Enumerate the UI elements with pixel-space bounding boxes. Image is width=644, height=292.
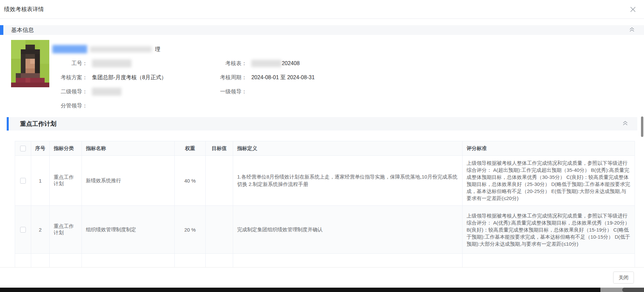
cell-standard: 上级领导根据被考核人整体工作完成情况和完成质量，参照以下等级进行综合评分： A(… [463,156,635,206]
cell-category [50,254,82,267]
col-standard: 评分标准 [463,141,635,156]
employee-id-label: 工号： [52,59,88,68]
col-weight: 权重 [175,141,206,156]
cell-definition [233,254,463,267]
close-button[interactable]: 关闭 [613,272,634,284]
plan-label: 考核方案： [52,73,88,82]
employee-photo [11,40,49,87]
col-target: 目标值 [206,141,233,156]
table-row: 1 重点工作计划 新绩效系统推行 40 % 1.各经营单位8月份绩效计划在新系统… [15,156,635,206]
employee-title-suffix: 理 [155,46,160,52]
cell-seq: 1 [31,156,50,206]
cell-standard: 上级领导根据被考核人整体工作完成情况和完成质量，参照以下等级进行综合评分： A(… [463,206,635,254]
period-value: 2024-08-01 至 2024-08-31 [251,75,315,80]
modal-title: 绩效考核表详情 [4,0,44,19]
leader-2-label: 二级领导： [52,87,88,96]
cell-name: 新绩效系统推行 [82,156,175,206]
cell-seq [31,254,50,267]
plan-value: 集团总部-月度考核（8月正式） [92,75,166,80]
leader-charge-label: 分管领导： [52,101,88,110]
modal-header: 绩效考核表详情 [0,0,644,19]
basic-info-title: 基本信息 [11,25,34,35]
col-category: 指标分类 [50,141,82,156]
table-row: 2 重点工作计划 组织绩效管理制度制定 20 % 完成制定集团组织绩效管理制度并… [15,206,635,254]
cell-definition: 完成制定集团组织绩效管理制度并确认 [233,206,463,254]
section-header-basic-info: 基本信息 [0,25,644,35]
table-header-row: 序号 指标分类 指标名称 权重 目标值 指标定义 评分标准 [15,141,635,156]
cell-weight: 40 % [175,156,206,206]
period-label: 考核周期： [211,73,247,82]
col-definition: 指标定义 [233,141,463,156]
select-all-checkbox[interactable] [20,146,26,151]
cell-category: 重点工作计划 [50,206,82,254]
section-header-work-plan: 重点工作计划 [7,117,637,131]
redacted-name-block [52,45,87,53]
bottom-scrollbar[interactable] [0,288,644,292]
field-leader-2: 二级领导： [52,87,121,96]
form-id-visible: 202408 [282,60,300,66]
work-plan-table: 序号 指标分类 指标名称 权重 目标值 指标定义 评分标准 1 重点工作计划 新… [15,141,635,267]
cell-definition: 1.各经营单位8月份绩效计划在新系统上走，逐家经营单位指导实施，保障系统落地,1… [233,156,463,206]
modal-footer: 关闭 [0,267,644,288]
form-id-label: 考核表： [211,59,247,68]
field-employee-id: 工号： [52,59,131,68]
horizontal-scrollbar-thumb[interactable] [622,288,644,292]
row-checkbox[interactable] [20,178,26,184]
cell-weight [175,254,206,267]
cell-seq: 2 [31,206,50,254]
redacted-employee-id [92,59,131,67]
redacted-title-block [90,46,152,52]
redacted-leader-2 [92,88,121,96]
row-checkbox[interactable] [20,227,26,233]
leader-1-label: 一级领导： [211,87,247,96]
field-leader-1: 一级领导： [211,87,250,96]
cell-target [206,206,233,254]
cell-target [206,254,233,267]
redacted-form-id-prefix [251,60,281,67]
field-form-id: 考核表： 202408 [211,59,300,68]
field-leader-charge: 分管领导： [52,101,91,110]
cell-category: 重点工作计划 [50,156,82,206]
collapse-basic-info-icon[interactable] [629,27,635,33]
close-icon[interactable] [629,6,637,13]
field-plan: 考核方案： 集团总部-月度考核（8月正式） [52,73,167,82]
employee-name-row: 理 [52,45,160,54]
cell-target [206,156,233,206]
cell-standard: 上级领导根据被考核人整体工作完成情况和完成质量，参照以下等级进 [463,254,635,267]
work-plan-title: 重点工作计划 [20,117,56,131]
cell-weight: 20 % [175,206,206,254]
col-seq: 序号 [31,141,50,156]
cell-name: 组织绩效管理制度制定 [82,206,175,254]
vertical-scrollbar-thumb[interactable] [641,116,643,137]
performance-detail-modal: 绩效考核表详情 基本信息 [0,0,644,292]
collapse-work-plan-icon[interactable] [623,121,628,127]
field-period: 考核周期： 2024-08-01 至 2024-08-31 [211,73,315,82]
cell-name [82,254,175,267]
table-row: 上级领导根据被考核人整体工作完成情况和完成质量，参照以下等级进 [15,254,635,267]
col-name: 指标名称 [82,141,175,156]
